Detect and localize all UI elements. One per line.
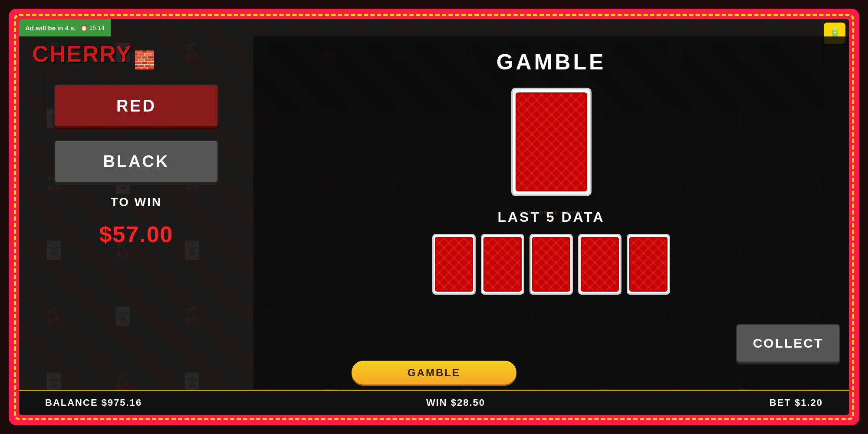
- outer-border: 🍒🃏🍒🃏🍒🃏🍒🃏🍒🃏🍒🃏 🃏🍒🃏🍒🃏🍒🃏🍒🃏🍒🃏🍒 🍒🃏🍒🃏🍒🃏🍒🃏🍒🃏🍒🃏 🃏…: [9, 9, 859, 425]
- red-button[interactable]: RED: [54, 84, 219, 128]
- card-inner: [516, 92, 587, 191]
- black-button[interactable]: BLACK: [54, 140, 219, 183]
- logo-text: CHERRY: [32, 41, 132, 66]
- ad-bar: Ad will be in 4 s. ⏰ 15:14: [19, 19, 111, 36]
- clock-time: 15:14: [89, 24, 105, 31]
- logo-icon: 🧱: [134, 50, 155, 70]
- history-card-3: [529, 234, 573, 295]
- history-card-1: [432, 234, 476, 295]
- logo: CHERRY🧱: [32, 41, 155, 70]
- history-card-inner-2: [483, 237, 522, 292]
- bottom-bar: BALANCE $975.16 WIN $28.50 BET $1.20: [19, 390, 849, 415]
- last5-cards: [432, 234, 670, 295]
- ad-text: Ad will be in 4 s.: [25, 24, 76, 32]
- game-container: 🍒🃏🍒🃏🍒🃏🍒🃏🍒🃏🍒🃏 🃏🍒🃏🍒🃏🍒🃏🍒🃏🍒🃏🍒 🍒🃏🍒🃏🍒🃏🍒🃏🍒🃏🍒🃏 🃏…: [19, 19, 849, 415]
- history-card-2: [481, 234, 524, 295]
- gamble-action-button[interactable]: GAMBLE: [352, 361, 516, 385]
- clock-icon: ⏰: [80, 24, 88, 31]
- to-win-amount: $57.00: [99, 221, 173, 247]
- balance-stat: BALANCE $975.16: [45, 397, 142, 408]
- history-card-inner-5: [629, 237, 667, 292]
- history-card-4: [578, 234, 621, 295]
- gamble-title: GAMBLE: [496, 49, 606, 75]
- bet-stat: BET $1.20: [769, 397, 823, 408]
- history-card-5: [627, 234, 670, 295]
- watermark: SLOTS ONLINE CASINO: [520, 210, 582, 215]
- card-pattern: [517, 94, 585, 190]
- to-win-label: TO WIN: [111, 195, 162, 209]
- history-card-inner-4: [581, 237, 619, 292]
- main-card: [511, 88, 592, 196]
- collect-button[interactable]: COLLECT: [736, 324, 840, 363]
- clock-badge: ⏰ 15:14: [80, 24, 105, 31]
- history-card-inner-3: [532, 237, 570, 292]
- left-panel: RED BLACK TO WIN $57.00: [32, 84, 240, 247]
- win-stat: WIN $28.50: [426, 397, 485, 408]
- history-card-inner-1: [435, 237, 473, 292]
